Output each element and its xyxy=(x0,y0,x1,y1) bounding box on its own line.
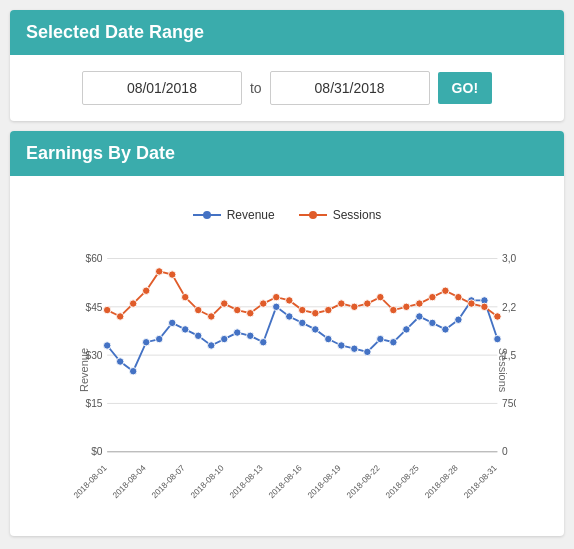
earnings-card: Earnings By Date Revenue Sessions Revenu… xyxy=(10,131,564,536)
svg-text:$15: $15 xyxy=(85,398,102,409)
svg-point-32 xyxy=(273,303,280,310)
svg-point-62 xyxy=(260,300,267,307)
svg-point-38 xyxy=(351,345,358,352)
svg-point-59 xyxy=(221,300,228,307)
svg-point-78 xyxy=(468,300,475,307)
svg-point-39 xyxy=(364,348,371,355)
svg-text:750: 750 xyxy=(502,398,516,409)
svg-point-25 xyxy=(182,326,189,333)
svg-text:2,250: 2,250 xyxy=(502,302,516,313)
svg-point-61 xyxy=(247,310,254,317)
svg-point-79 xyxy=(481,303,488,310)
svg-point-54 xyxy=(155,268,162,275)
svg-text:2018-08-01: 2018-08-01 xyxy=(71,463,109,501)
date-range-header: Selected Date Range xyxy=(10,10,564,55)
svg-text:2018-08-19: 2018-08-19 xyxy=(305,463,343,501)
svg-point-57 xyxy=(195,306,202,313)
svg-point-50 xyxy=(103,306,110,313)
svg-point-24 xyxy=(168,319,175,326)
svg-point-29 xyxy=(234,329,241,336)
svg-text:2018-08-31: 2018-08-31 xyxy=(462,463,500,501)
go-button[interactable]: GO! xyxy=(438,72,492,104)
svg-text:2018-08-04: 2018-08-04 xyxy=(110,463,148,501)
legend-sessions-label: Sessions xyxy=(333,208,382,222)
chart-area: Revenue Sessions Revenue Sessions xyxy=(26,192,548,520)
to-label: to xyxy=(250,80,262,96)
svg-point-60 xyxy=(234,306,241,313)
svg-point-33 xyxy=(286,313,293,320)
svg-point-71 xyxy=(377,293,384,300)
svg-text:2018-08-16: 2018-08-16 xyxy=(266,463,304,501)
svg-text:2018-08-25: 2018-08-25 xyxy=(383,463,421,501)
svg-point-35 xyxy=(312,326,319,333)
svg-text:1,500: 1,500 xyxy=(502,350,516,361)
svg-point-56 xyxy=(182,293,189,300)
svg-point-75 xyxy=(429,293,436,300)
svg-point-34 xyxy=(299,319,306,326)
earnings-body: Revenue Sessions Revenue Sessions xyxy=(10,176,564,536)
svg-point-30 xyxy=(247,332,254,339)
svg-text:2018-08-22: 2018-08-22 xyxy=(344,463,382,501)
svg-point-42 xyxy=(403,326,410,333)
svg-point-53 xyxy=(142,287,149,294)
svg-point-72 xyxy=(390,306,397,313)
svg-text:0: 0 xyxy=(502,446,508,457)
svg-text:2018-08-28: 2018-08-28 xyxy=(422,463,460,501)
end-date-input[interactable] xyxy=(270,71,430,105)
svg-text:3,000: 3,000 xyxy=(502,253,516,264)
svg-point-45 xyxy=(442,326,449,333)
chart-legend: Revenue Sessions xyxy=(26,208,548,222)
svg-point-67 xyxy=(325,306,332,313)
date-range-row: to GO! xyxy=(26,71,548,105)
svg-text:2018-08-07: 2018-08-07 xyxy=(149,463,187,501)
svg-point-63 xyxy=(273,293,280,300)
svg-point-31 xyxy=(260,339,267,346)
svg-point-51 xyxy=(116,313,123,320)
chart-svg: $60 $45 $30 $15 $0 3,000 2,250 1,500 750… xyxy=(70,230,516,510)
svg-point-21 xyxy=(129,367,136,374)
svg-text:$30: $30 xyxy=(85,350,102,361)
svg-point-41 xyxy=(390,339,397,346)
svg-point-74 xyxy=(416,300,423,307)
legend-sessions: Sessions xyxy=(299,208,382,222)
svg-point-40 xyxy=(377,335,384,342)
svg-text:$60: $60 xyxy=(85,253,102,264)
svg-text:$45: $45 xyxy=(85,302,102,313)
svg-point-1 xyxy=(203,211,211,219)
legend-revenue: Revenue xyxy=(193,208,275,222)
svg-text:2018-08-10: 2018-08-10 xyxy=(188,463,226,501)
chart-svg-container: $60 $45 $30 $15 $0 3,000 2,250 1,500 750… xyxy=(70,230,516,510)
svg-point-58 xyxy=(208,313,215,320)
svg-point-46 xyxy=(455,316,462,323)
svg-point-77 xyxy=(455,293,462,300)
date-range-body: to GO! xyxy=(10,55,564,121)
start-date-input[interactable] xyxy=(82,71,242,105)
svg-point-66 xyxy=(312,310,319,317)
svg-point-22 xyxy=(142,339,149,346)
svg-point-65 xyxy=(299,306,306,313)
svg-point-73 xyxy=(403,303,410,310)
svg-point-36 xyxy=(325,335,332,342)
svg-point-37 xyxy=(338,342,345,349)
earnings-header: Earnings By Date xyxy=(10,131,564,176)
svg-point-23 xyxy=(155,335,162,342)
svg-point-19 xyxy=(103,342,110,349)
svg-point-28 xyxy=(221,335,228,342)
date-range-card: Selected Date Range to GO! xyxy=(10,10,564,121)
svg-point-69 xyxy=(351,303,358,310)
svg-point-76 xyxy=(442,287,449,294)
svg-point-27 xyxy=(208,342,215,349)
svg-point-49 xyxy=(494,335,501,342)
svg-point-26 xyxy=(195,332,202,339)
date-range-title: Selected Date Range xyxy=(26,22,204,42)
svg-point-64 xyxy=(286,297,293,304)
svg-point-70 xyxy=(364,300,371,307)
svg-point-20 xyxy=(116,358,123,365)
svg-point-68 xyxy=(338,300,345,307)
svg-point-55 xyxy=(168,271,175,278)
svg-point-52 xyxy=(129,300,136,307)
svg-point-3 xyxy=(309,211,317,219)
svg-text:2018-08-13: 2018-08-13 xyxy=(227,463,265,501)
earnings-title: Earnings By Date xyxy=(26,143,175,163)
svg-point-80 xyxy=(494,313,501,320)
